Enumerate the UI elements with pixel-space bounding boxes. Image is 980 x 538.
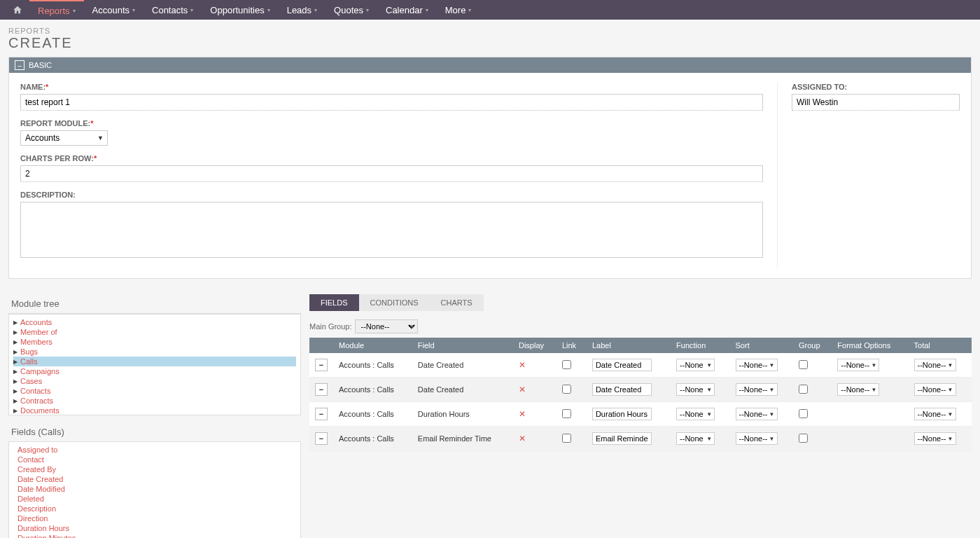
- tree-item[interactable]: ▶Calls: [13, 357, 296, 366]
- display-x-icon[interactable]: ✕: [519, 360, 526, 370]
- nav-more[interactable]: More▾: [437, 0, 480, 20]
- display-x-icon[interactable]: ✕: [519, 385, 526, 394]
- label-input[interactable]: [592, 359, 652, 371]
- arrow-icon: ▶: [13, 408, 18, 414]
- table-row: −Accounts : CallsDate Created✕--None--No…: [309, 353, 972, 378]
- description-label: DESCRIPTION:: [20, 191, 763, 199]
- main-group-label: Main Group:: [309, 322, 352, 331]
- nav-opportunities[interactable]: Opportunities▾: [202, 0, 278, 20]
- field-item[interactable]: Assigned to: [18, 445, 292, 455]
- nav-reports[interactable]: Reports▾: [29, 0, 84, 20]
- cell-module: Accounts : Calls: [333, 353, 412, 378]
- sort-select[interactable]: --None--: [736, 408, 778, 420]
- total-select[interactable]: --None--: [914, 359, 956, 371]
- nav-leads[interactable]: Leads▾: [279, 0, 326, 20]
- field-item[interactable]: Direction: [18, 513, 292, 523]
- display-x-icon[interactable]: ✕: [519, 409, 526, 419]
- group-checkbox[interactable]: [799, 434, 808, 443]
- function-select[interactable]: --None: [676, 432, 715, 445]
- total-select[interactable]: --None--: [914, 432, 956, 445]
- tree-item[interactable]: ▶Members: [13, 337, 296, 347]
- panel-title: BASIC: [29, 61, 52, 69]
- panel-header[interactable]: – BASIC: [9, 57, 971, 73]
- total-select[interactable]: --None--: [914, 383, 956, 396]
- tree-item[interactable]: ▶Contracts: [13, 396, 296, 406]
- th-display: Display: [513, 338, 556, 353]
- field-item[interactable]: Description: [18, 504, 292, 513]
- name-input[interactable]: [20, 94, 763, 111]
- function-select[interactable]: --None: [676, 359, 715, 371]
- nav-accounts[interactable]: Accounts▾: [84, 0, 144, 20]
- sort-select[interactable]: --None--: [736, 432, 778, 445]
- label-input[interactable]: [592, 432, 652, 445]
- cell-field: Date Created: [412, 378, 513, 402]
- arrow-icon: ▶: [13, 339, 18, 345]
- display-x-icon[interactable]: ✕: [519, 434, 526, 443]
- field-item[interactable]: Contact: [18, 455, 292, 464]
- main-group-select[interactable]: --None--: [355, 319, 418, 333]
- remove-button[interactable]: −: [315, 408, 328, 420]
- format-select[interactable]: --None--: [837, 359, 879, 371]
- total-select[interactable]: --None--: [914, 408, 956, 420]
- function-select[interactable]: --None: [676, 383, 715, 396]
- th-format: Format Options: [832, 338, 908, 353]
- tree-item[interactable]: ▶Accounts: [13, 317, 296, 327]
- tree-item[interactable]: ▶Cases: [13, 376, 296, 386]
- cell-field: Duration Hours: [412, 402, 513, 427]
- collapse-icon[interactable]: –: [15, 60, 24, 70]
- tree-label: Accounts: [20, 318, 52, 326]
- nav-contacts[interactable]: Contacts▾: [144, 0, 202, 20]
- charts-per-row-input[interactable]: [20, 165, 763, 182]
- link-checkbox[interactable]: [562, 385, 571, 394]
- field-item[interactable]: Date Created: [18, 474, 292, 484]
- caret-icon: ▾: [73, 8, 76, 14]
- group-checkbox[interactable]: [799, 409, 808, 418]
- tree-item[interactable]: ▶Documents: [13, 406, 296, 415]
- group-checkbox[interactable]: [799, 360, 808, 369]
- remove-button[interactable]: −: [315, 359, 328, 371]
- tab-charts[interactable]: CHARTS: [430, 294, 484, 311]
- tabs: FIELDS CONDITIONS CHARTS: [309, 294, 972, 311]
- fields-list: Assigned toContactCreated ByDate Created…: [8, 441, 301, 538]
- sort-select[interactable]: --None--: [736, 383, 778, 396]
- nav-calendar[interactable]: Calendar▾: [377, 0, 437, 20]
- link-checkbox[interactable]: [562, 434, 571, 443]
- th-field: Field: [412, 338, 513, 353]
- remove-button[interactable]: −: [315, 432, 328, 445]
- label-input[interactable]: [592, 408, 652, 420]
- report-module-select[interactable]: Accounts: [20, 130, 108, 146]
- breadcrumb: REPORTS: [8, 27, 972, 35]
- field-item[interactable]: Deleted: [18, 494, 292, 504]
- caret-icon: ▾: [267, 7, 270, 13]
- link-checkbox[interactable]: [562, 409, 571, 418]
- tab-conditions[interactable]: CONDITIONS: [359, 294, 430, 311]
- tree-item[interactable]: ▶Contacts: [13, 386, 296, 396]
- label-input[interactable]: [592, 383, 652, 396]
- assigned-to-input[interactable]: [792, 94, 960, 111]
- home-icon[interactable]: [6, 5, 29, 15]
- field-item[interactable]: Created By: [18, 464, 292, 474]
- tab-fields[interactable]: FIELDS: [309, 294, 359, 311]
- tree-item[interactable]: ▶Campaigns: [13, 366, 296, 376]
- description-textarea[interactable]: [20, 202, 763, 258]
- field-item[interactable]: Date Modified: [18, 484, 292, 494]
- sort-select[interactable]: --None--: [736, 359, 778, 371]
- tree-item[interactable]: ▶Bugs: [13, 347, 296, 357]
- cell-field: Date Created: [412, 353, 513, 378]
- remove-button[interactable]: −: [315, 383, 328, 396]
- link-checkbox[interactable]: [562, 360, 571, 369]
- nav-quotes[interactable]: Quotes▾: [326, 0, 377, 20]
- arrow-icon: ▶: [13, 359, 18, 365]
- tree-item[interactable]: ▶Member of: [13, 327, 296, 337]
- group-checkbox[interactable]: [799, 385, 808, 394]
- format-select[interactable]: --None--: [837, 383, 879, 396]
- table-row: −Accounts : CallsEmail Reminder Time✕--N…: [309, 427, 972, 451]
- cell-module: Accounts : Calls: [333, 402, 412, 427]
- function-select[interactable]: --None: [676, 408, 715, 420]
- caret-icon: ▾: [314, 7, 317, 13]
- field-item[interactable]: Duration Hours: [18, 523, 292, 533]
- tree-label: Contracts: [20, 396, 53, 405]
- tree-label: Calls: [20, 357, 37, 366]
- field-item[interactable]: Duration Minutes: [18, 533, 292, 538]
- module-tree-header: Module tree: [8, 294, 301, 314]
